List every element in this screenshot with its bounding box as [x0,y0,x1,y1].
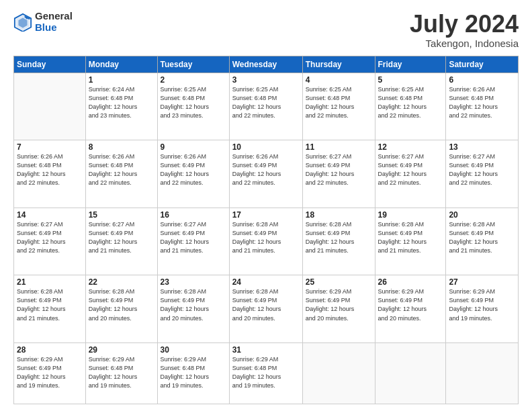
day-info: Sunrise: 6:28 AM Sunset: 6:49 PM Dayligh… [449,220,515,255]
header: General Blue July 2024 Takengon, Indones… [13,11,519,49]
logo-general: General [35,11,73,22]
day-number: 27 [449,277,515,287]
day-info: Sunrise: 6:27 AM Sunset: 6:49 PM Dayligh… [17,220,83,255]
calendar-cell [14,73,86,140]
calendar-cell: 4Sunrise: 6:25 AM Sunset: 6:48 PM Daylig… [302,73,375,140]
day-info: Sunrise: 6:27 AM Sunset: 6:49 PM Dayligh… [89,220,154,255]
calendar-cell: 27Sunrise: 6:29 AM Sunset: 6:49 PM Dayli… [446,275,519,343]
day-info: Sunrise: 6:26 AM Sunset: 6:48 PM Dayligh… [89,152,154,187]
day-info: Sunrise: 6:28 AM Sunset: 6:49 PM Dayligh… [89,287,154,322]
day-info: Sunrise: 6:26 AM Sunset: 6:49 PM Dayligh… [161,152,226,187]
calendar-cell: 29Sunrise: 6:29 AM Sunset: 6:48 PM Dayli… [85,342,157,404]
calendar-cell: 8Sunrise: 6:26 AM Sunset: 6:48 PM Daylig… [85,140,157,208]
day-info: Sunrise: 6:29 AM Sunset: 6:49 PM Dayligh… [306,287,372,322]
day-number: 10 [232,142,300,152]
day-info: Sunrise: 6:29 AM Sunset: 6:49 PM Dayligh… [17,355,83,390]
day-info: Sunrise: 6:25 AM Sunset: 6:48 PM Dayligh… [306,85,372,120]
calendar-cell: 17Sunrise: 6:28 AM Sunset: 6:49 PM Dayli… [229,208,302,275]
day-number: 30 [161,345,226,355]
day-info: Sunrise: 6:28 AM Sunset: 6:49 PM Dayligh… [378,220,443,255]
header-friday: Friday [375,56,446,73]
calendar-cell: 5Sunrise: 6:25 AM Sunset: 6:48 PM Daylig… [375,73,446,140]
calendar-cell: 16Sunrise: 6:27 AM Sunset: 6:49 PM Dayli… [157,208,229,275]
calendar-cell: 10Sunrise: 6:26 AM Sunset: 6:49 PM Dayli… [229,140,302,208]
calendar-page: General Blue July 2024 Takengon, Indones… [0,0,532,411]
calendar-cell: 2Sunrise: 6:25 AM Sunset: 6:48 PM Daylig… [157,73,229,140]
calendar-cell: 15Sunrise: 6:27 AM Sunset: 6:49 PM Dayli… [85,208,157,275]
month-title: July 2024 [410,11,519,38]
calendar-cell: 22Sunrise: 6:28 AM Sunset: 6:49 PM Dayli… [85,275,157,343]
day-info: Sunrise: 6:27 AM Sunset: 6:49 PM Dayligh… [161,220,226,255]
day-number: 13 [449,142,515,152]
logo-text: General Blue [35,11,73,33]
day-info: Sunrise: 6:28 AM Sunset: 6:49 PM Dayligh… [17,287,83,322]
day-info: Sunrise: 6:27 AM Sunset: 6:49 PM Dayligh… [306,152,372,187]
day-number: 6 [449,75,515,85]
day-number: 18 [306,210,372,220]
day-number: 21 [17,277,83,287]
calendar-cell: 12Sunrise: 6:27 AM Sunset: 6:49 PM Dayli… [375,140,446,208]
logo-blue: Blue [35,22,73,34]
day-number: 9 [161,142,226,152]
header-tuesday: Tuesday [157,56,229,73]
calendar-cell [302,342,375,404]
day-number: 1 [89,75,154,85]
day-info: Sunrise: 6:25 AM Sunset: 6:48 PM Dayligh… [378,85,443,120]
day-number: 11 [306,142,372,152]
calendar-week-4: 21Sunrise: 6:28 AM Sunset: 6:49 PM Dayli… [14,275,519,343]
calendar-cell: 1Sunrise: 6:24 AM Sunset: 6:48 PM Daylig… [85,73,157,140]
day-info: Sunrise: 6:24 AM Sunset: 6:48 PM Dayligh… [89,85,154,120]
day-number: 7 [17,142,83,152]
day-number: 17 [232,210,300,220]
header-saturday: Saturday [446,56,519,73]
calendar-cell: 19Sunrise: 6:28 AM Sunset: 6:49 PM Dayli… [375,208,446,275]
weekday-header-row: Sunday Monday Tuesday Wednesday Thursday… [14,56,519,73]
calendar-cell: 6Sunrise: 6:26 AM Sunset: 6:48 PM Daylig… [446,73,519,140]
calendar-cell [375,342,446,404]
day-info: Sunrise: 6:28 AM Sunset: 6:49 PM Dayligh… [161,287,226,322]
day-number: 23 [161,277,226,287]
day-number: 19 [378,210,443,220]
logo: General Blue [13,11,73,33]
day-number: 29 [89,345,154,355]
day-info: Sunrise: 6:27 AM Sunset: 6:49 PM Dayligh… [449,152,515,187]
calendar-week-1: 1Sunrise: 6:24 AM Sunset: 6:48 PM Daylig… [14,73,519,140]
calendar-cell: 11Sunrise: 6:27 AM Sunset: 6:49 PM Dayli… [302,140,375,208]
calendar-cell: 26Sunrise: 6:29 AM Sunset: 6:49 PM Dayli… [375,275,446,343]
day-number: 5 [378,75,443,85]
header-wednesday: Wednesday [229,56,302,73]
calendar-week-3: 14Sunrise: 6:27 AM Sunset: 6:49 PM Dayli… [14,208,519,275]
day-number: 4 [306,75,372,85]
day-number: 20 [449,210,515,220]
calendar-cell: 13Sunrise: 6:27 AM Sunset: 6:49 PM Dayli… [446,140,519,208]
day-number: 14 [17,210,83,220]
day-info: Sunrise: 6:29 AM Sunset: 6:49 PM Dayligh… [378,287,443,322]
day-info: Sunrise: 6:29 AM Sunset: 6:48 PM Dayligh… [161,355,226,390]
day-info: Sunrise: 6:25 AM Sunset: 6:48 PM Dayligh… [161,85,226,120]
calendar-cell: 31Sunrise: 6:29 AM Sunset: 6:48 PM Dayli… [229,342,302,404]
header-thursday: Thursday [302,56,375,73]
calendar-cell: 30Sunrise: 6:29 AM Sunset: 6:48 PM Dayli… [157,342,229,404]
calendar-table: Sunday Monday Tuesday Wednesday Thursday… [13,56,519,404]
day-info: Sunrise: 6:28 AM Sunset: 6:49 PM Dayligh… [232,287,300,322]
day-number: 3 [232,75,300,85]
day-number: 16 [161,210,226,220]
calendar-cell: 7Sunrise: 6:26 AM Sunset: 6:48 PM Daylig… [14,140,86,208]
calendar-week-5: 28Sunrise: 6:29 AM Sunset: 6:49 PM Dayli… [14,342,519,404]
calendar-week-2: 7Sunrise: 6:26 AM Sunset: 6:48 PM Daylig… [14,140,519,208]
logo-icon [13,13,32,32]
header-sunday: Sunday [14,56,86,73]
day-number: 31 [232,345,300,355]
day-number: 2 [161,75,226,85]
calendar-cell: 18Sunrise: 6:28 AM Sunset: 6:49 PM Dayli… [302,208,375,275]
day-number: 28 [17,345,83,355]
day-number: 25 [306,277,372,287]
day-number: 22 [89,277,154,287]
calendar-cell [446,342,519,404]
header-monday: Monday [85,56,157,73]
calendar-cell: 24Sunrise: 6:28 AM Sunset: 6:49 PM Dayli… [229,275,302,343]
day-info: Sunrise: 6:26 AM Sunset: 6:48 PM Dayligh… [17,152,83,187]
day-number: 15 [89,210,154,220]
calendar-cell: 20Sunrise: 6:28 AM Sunset: 6:49 PM Dayli… [446,208,519,275]
day-info: Sunrise: 6:27 AM Sunset: 6:49 PM Dayligh… [378,152,443,187]
